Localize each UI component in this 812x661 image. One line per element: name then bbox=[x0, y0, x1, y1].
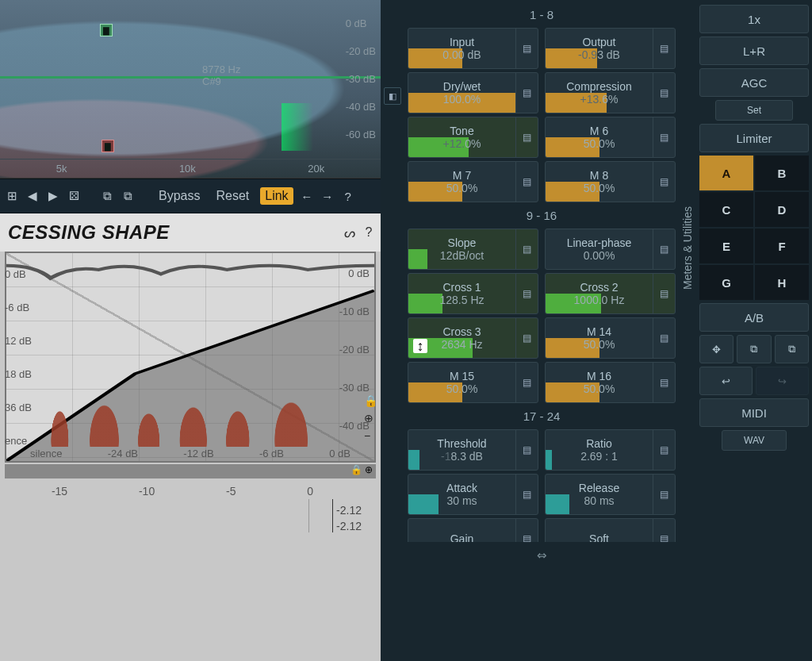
eq-graph[interactable]: ▇ ▇ 8778 HzC#9 0 dB-20 dB -30 dB-40 dB -… bbox=[0, 0, 381, 179]
param-cross2[interactable]: Cross 2 1000.0 Hz ▤ bbox=[545, 273, 676, 314]
undo-icon[interactable]: ↩ bbox=[699, 367, 753, 395]
preset-d[interactable]: D bbox=[755, 192, 809, 227]
grid-icon[interactable]: ⊞ bbox=[5, 189, 19, 203]
param-tone-value: +12.0% bbox=[443, 137, 481, 150]
eq-band-marker[interactable]: ▇ bbox=[102, 140, 114, 152]
shape-scrollbar[interactable] bbox=[5, 464, 376, 478]
agc-button[interactable]: AGC bbox=[699, 68, 809, 97]
param-cross1-menu-icon[interactable]: ▤ bbox=[515, 274, 538, 313]
link-button[interactable]: Link bbox=[260, 187, 293, 205]
channel-mode-button[interactable]: L+R bbox=[699, 37, 809, 65]
zoom-icon[interactable]: ⊕ bbox=[364, 412, 377, 425]
midi-button[interactable]: MIDI bbox=[699, 398, 809, 427]
param-threshold-menu-icon[interactable]: ▤ bbox=[515, 430, 538, 470]
ab-compare-button[interactable]: A/B bbox=[699, 303, 809, 332]
param-drywet-menu-icon[interactable]: ▤ bbox=[515, 73, 538, 113]
param-ratio-menu-icon[interactable]: ▤ bbox=[653, 430, 675, 470]
param-m14-menu-icon[interactable]: ▤ bbox=[653, 318, 675, 358]
shape-y-left: 0 dB-6 dB 12 dB18 dB 36 dBence bbox=[5, 258, 32, 458]
param-release[interactable]: Release 80 ms ▤ bbox=[545, 474, 676, 515]
param-m7[interactable]: M 7 50.0% ▤ bbox=[408, 161, 538, 202]
dice-icon[interactable]: ⚄ bbox=[67, 189, 81, 203]
param-cross2-label: Cross 2 bbox=[580, 281, 618, 294]
param-m7-menu-icon[interactable]: ▤ bbox=[515, 162, 538, 202]
param-m15-menu-icon[interactable]: ▤ bbox=[515, 363, 538, 402]
preset-h[interactable]: H bbox=[755, 265, 809, 300]
param-m8[interactable]: M 8 50.0% ▤ bbox=[545, 161, 676, 202]
param-input-menu-icon[interactable]: ▤ bbox=[515, 29, 538, 68]
param-threshold[interactable]: Threshold -18.3 dB ▤ bbox=[408, 429, 538, 471]
minus-icon[interactable]: − bbox=[364, 429, 377, 442]
param-m6-menu-icon[interactable]: ▤ bbox=[653, 117, 675, 157]
param-m15[interactable]: M 15 50.0% ▤ bbox=[408, 362, 538, 403]
param-tone[interactable]: Tone +12.0% ▤ bbox=[408, 117, 538, 158]
arrow-left-icon[interactable]: ← bbox=[300, 190, 314, 203]
preset-c[interactable]: C bbox=[699, 192, 753, 227]
param-release-menu-icon[interactable]: ▤ bbox=[653, 475, 675, 514]
param-gain[interactable]: Gain ▤ bbox=[408, 518, 538, 542]
preset-toolbar: ⊞ ◀ ▶ ⚄ ⧉ ⧉ Bypass Reset Link ← → ? bbox=[0, 179, 381, 213]
oversample-button[interactable]: 1x bbox=[699, 5, 809, 33]
param-ratio[interactable]: Ratio 2.69 : 1 ▤ bbox=[545, 429, 676, 471]
param-ratio-label: Ratio bbox=[586, 437, 612, 450]
preset-e[interactable]: E bbox=[699, 229, 753, 263]
param-cross1[interactable]: Cross 1 128.5 Hz ▤ bbox=[408, 273, 538, 314]
param-m15-label: M 15 bbox=[450, 370, 474, 382]
param-cross3-menu-icon[interactable]: ▤ bbox=[515, 318, 538, 358]
group-1-title: 1 - 8 bbox=[408, 5, 676, 25]
meters-utilities-label[interactable]: Meters & Utilities bbox=[681, 206, 694, 290]
param-output-menu-icon[interactable]: ▤ bbox=[653, 29, 675, 68]
agc-set-button[interactable]: Set bbox=[715, 100, 793, 121]
limiter-button[interactable]: Limiter bbox=[699, 124, 809, 152]
shape-graph[interactable]: 0 dB-6 dB 12 dB18 dB 36 dBence 0 dB-10 d… bbox=[5, 252, 376, 463]
next-icon[interactable]: ▶ bbox=[46, 189, 60, 203]
param-m16[interactable]: M 16 50.0% ▤ bbox=[545, 362, 676, 403]
help-icon[interactable]: ? bbox=[341, 190, 355, 203]
param-soft-menu-icon[interactable]: ▤ bbox=[653, 519, 675, 542]
wav-button[interactable]: WAV bbox=[722, 430, 787, 451]
param-gain-menu-icon[interactable]: ▤ bbox=[515, 519, 538, 542]
param-cross2-menu-icon[interactable]: ▤ bbox=[653, 274, 675, 313]
copy-icon[interactable]: ⧉ bbox=[100, 189, 114, 203]
resize-handle-icon[interactable]: ⇔ bbox=[408, 545, 676, 566]
preset-g[interactable]: G bbox=[699, 265, 753, 300]
param-tone-menu-icon[interactable]: ▤ bbox=[515, 117, 538, 157]
param-drywet[interactable]: Dry/wet 100.0% ▤ bbox=[408, 72, 538, 113]
paste-state-icon[interactable]: ⧉ bbox=[775, 335, 809, 363]
param-attack[interactable]: Attack 30 ms ▤ bbox=[408, 474, 538, 515]
bypass-button[interactable]: Bypass bbox=[154, 187, 205, 205]
paste-icon[interactable]: ⧉ bbox=[121, 189, 135, 203]
redo-icon[interactable]: ↪ bbox=[756, 367, 809, 395]
param-threshold-value: -18.3 dB bbox=[441, 450, 483, 463]
param-output[interactable]: Output -0.93 dB ▤ bbox=[545, 28, 676, 69]
preset-f[interactable]: F bbox=[755, 229, 809, 263]
arrow-right-icon[interactable]: → bbox=[320, 190, 335, 203]
param-m16-menu-icon[interactable]: ▤ bbox=[653, 363, 675, 402]
eq-band-marker[interactable]: ▇ bbox=[100, 24, 113, 37]
param-compression[interactable]: Compression +13.6% ▤ bbox=[545, 72, 676, 113]
param-m6[interactable]: M 6 50.0% ▤ bbox=[545, 117, 676, 158]
param-soft[interactable]: Soft ▤ bbox=[545, 518, 676, 542]
param-slope-menu-icon[interactable]: ▤ bbox=[515, 229, 538, 269]
sidebar-toggle-icon[interactable]: ◧ bbox=[384, 87, 401, 105]
param-compression-value: +13.6% bbox=[580, 93, 619, 106]
param-input[interactable]: Input 0.00 dB ▤ bbox=[408, 28, 538, 69]
param-m8-menu-icon[interactable]: ▤ bbox=[653, 162, 675, 202]
preset-a[interactable]: A bbox=[699, 156, 753, 190]
preset-b[interactable]: B bbox=[755, 156, 809, 190]
param-linphase-menu-icon[interactable]: ▤ bbox=[653, 229, 675, 269]
prev-icon[interactable]: ◀ bbox=[25, 189, 40, 203]
param-attack-menu-icon[interactable]: ▤ bbox=[515, 475, 538, 514]
lock-icon[interactable]: 🔒 bbox=[364, 394, 377, 407]
param-cross3[interactable]: Cross 3 2634 Hz ↕ ▤ bbox=[408, 317, 538, 359]
param-linphase[interactable]: Linear-phase 0.00% ▤ bbox=[545, 229, 676, 270]
param-output-value: -0.93 dB bbox=[578, 48, 620, 61]
param-m14[interactable]: M 14 50.0% ▤ bbox=[545, 317, 676, 359]
copy-state-icon[interactable]: ⧉ bbox=[737, 335, 771, 363]
shape-help-icon[interactable]: ? bbox=[366, 225, 373, 240]
expand-icon[interactable]: ✥ bbox=[699, 335, 733, 363]
shape-settings-icon[interactable]: ᔕ bbox=[344, 225, 356, 240]
param-compression-menu-icon[interactable]: ▤ bbox=[653, 73, 675, 113]
param-slope[interactable]: Slope 12dB/oct ▤ bbox=[408, 229, 538, 270]
reset-button[interactable]: Reset bbox=[211, 187, 254, 205]
